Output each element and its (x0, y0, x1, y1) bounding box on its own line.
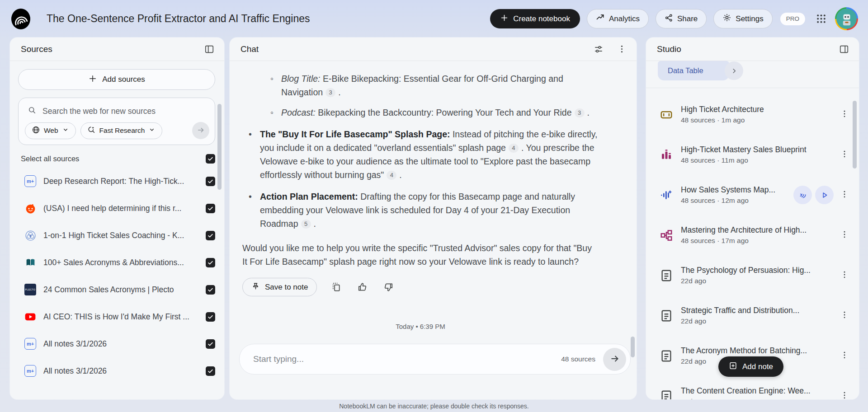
thumbs-down-icon[interactable] (382, 280, 396, 294)
save-to-note-button[interactable]: Save to note (242, 278, 317, 296)
source-checkbox[interactable] (206, 177, 215, 186)
web-search-input[interactable] (42, 107, 208, 116)
source-row[interactable]: 100+ Sales Acronyms & Abbreviations... (10, 249, 224, 276)
studio-item[interactable]: The Psychology of Persuasion: Hig...22d … (646, 255, 859, 295)
plecto-favicon-icon: PLECTO (24, 284, 36, 295)
pin-icon (251, 282, 260, 293)
search-submit-button[interactable] (192, 122, 209, 139)
chat-input-bar: 48 sources (239, 344, 631, 375)
chat-bullet-list: The "Buy It For Life Basecamp" Splash Pa… (242, 127, 599, 230)
chat-sub-bullet: Podcast: Bikepacking the Backcountry: Po… (269, 106, 599, 119)
sources-scrollbar[interactable] (217, 104, 222, 190)
studio-item[interactable]: How Sales Systems Map...48 sources · 12m… (646, 175, 859, 215)
flashcards-icon (659, 107, 674, 122)
interactive-mode-button[interactable] (793, 186, 812, 204)
source-row[interactable]: (USA) I need help determining if this r.… (10, 195, 224, 222)
studio-scrollbar[interactable] (853, 101, 857, 169)
search-icon (28, 106, 37, 117)
item-more-menu-icon[interactable] (837, 348, 852, 364)
studio-item[interactable]: High-Ticket Mastery Sales Blueprint48 so… (646, 135, 859, 175)
studio-panel-title: Studio (657, 44, 837, 54)
source-checkbox[interactable] (206, 204, 215, 213)
settings-button[interactable]: Settings (713, 9, 772, 28)
source-row[interactable]: AI CEO: THIS is How I'd Make My First ..… (10, 303, 224, 330)
item-more-menu-icon[interactable] (837, 308, 852, 323)
source-checkbox[interactable] (206, 366, 215, 376)
source-checkbox[interactable] (206, 285, 215, 295)
studio-item[interactable]: High Ticket Architecture48 sources · 1m … (646, 94, 859, 135)
add-note-button[interactable]: Add note (718, 356, 783, 377)
studio-panel: Studio Data Table High Ticket Architectu… (646, 37, 859, 399)
chat-closing-question: Would you like me to help you write the … (242, 241, 599, 268)
source-checkbox[interactable] (206, 339, 215, 349)
research-mode-dropdown[interactable]: Fast Research (80, 122, 163, 139)
source-checkbox[interactable] (206, 231, 215, 240)
plus-icon (88, 74, 97, 85)
notebooklm-logo-icon[interactable] (10, 8, 32, 30)
chat-sub-bullet: Blog Title: E-Bike Bikepacking: Essentia… (269, 72, 599, 99)
report-icon (659, 348, 674, 364)
item-more-menu-icon[interactable] (837, 107, 852, 122)
citation-chip[interactable]: 5 (301, 220, 311, 229)
web-favicon-icon (24, 229, 36, 241)
studio-item[interactable]: Mastering the Architecture of High...48 … (646, 215, 859, 255)
collapse-sources-panel-icon[interactable] (203, 42, 216, 56)
collapse-studio-panel-icon[interactable] (837, 42, 851, 56)
item-more-menu-icon[interactable] (837, 267, 852, 283)
account-avatar[interactable] (835, 7, 858, 30)
add-sources-button[interactable]: Add sources (18, 69, 215, 90)
chat-more-menu-icon[interactable] (615, 42, 628, 56)
studio-list: High Ticket Architecture48 sources · 1m … (646, 88, 859, 399)
chat-input[interactable] (253, 354, 561, 364)
trending-up-icon (596, 13, 605, 24)
select-all-label: Select all sources (21, 154, 206, 163)
chat-scrollbar[interactable] (631, 337, 635, 357)
item-more-menu-icon[interactable] (837, 227, 852, 243)
citation-chip[interactable]: 3 (326, 88, 335, 97)
top-header: The One-Sentence Profit Extractor and AI… (0, 0, 868, 37)
studio-item[interactable]: The Content Creation Engine: Wee...22d a… (646, 376, 859, 399)
share-button[interactable]: Share (656, 9, 707, 28)
report-icon (659, 268, 674, 283)
source-row[interactable]: m+ All notes 3/1/2026 (10, 330, 224, 357)
chevron-right-icon[interactable] (725, 61, 743, 80)
copy-icon[interactable] (329, 280, 343, 294)
source-row[interactable]: m+ All notes 3/1/2026 (10, 357, 224, 384)
citation-chip[interactable]: 4 (509, 144, 519, 153)
chat-bullet: Action Plan Placement: Drafting the copy… (248, 190, 599, 230)
flowchart-icon (659, 228, 674, 243)
youtube-icon (24, 311, 36, 323)
studio-item[interactable]: Strategic Traffic and Distribution...22d… (646, 295, 859, 336)
notebook-title[interactable]: The One-Sentence Profit Extractor and AI… (47, 13, 310, 25)
create-notebook-button[interactable]: Create notebook (490, 9, 580, 28)
item-more-menu-icon[interactable] (837, 388, 852, 399)
play-button[interactable] (815, 186, 834, 204)
sparkle-search-icon (87, 126, 96, 136)
source-checkbox[interactable] (206, 312, 215, 322)
item-more-menu-icon[interactable] (837, 147, 852, 163)
thumbs-up-icon[interactable] (355, 280, 369, 294)
source-row[interactable]: 1-on-1 High Ticket Sales Coaching - K... (10, 222, 224, 249)
select-all-checkbox[interactable] (206, 154, 215, 164)
citation-chip[interactable]: 4 (387, 171, 396, 180)
item-more-menu-icon[interactable] (837, 187, 852, 203)
analytics-button[interactable]: Analytics (587, 9, 649, 28)
chat-sub-bullet-list: Blog Title: E-Bike Bikepacking: Essentia… (242, 72, 599, 119)
message-actions: Save to note (242, 278, 599, 296)
arrow-right-icon (196, 126, 205, 136)
chat-settings-sliders-icon[interactable] (592, 42, 605, 56)
data-table-chip[interactable]: Data Table (658, 61, 729, 80)
citation-chip[interactable]: 3 (575, 108, 585, 117)
book-favicon-icon (24, 257, 36, 268)
send-message-button[interactable] (603, 348, 626, 371)
source-row[interactable]: m+ Deep Research Report: The High-Tick..… (10, 168, 224, 195)
source-checkbox[interactable] (206, 258, 215, 267)
source-row[interactable]: PLECTO 24 Common Sales Acronyms | Plecto (10, 276, 224, 303)
report-icon (659, 389, 674, 400)
chat-message: Blog Title: E-Bike Bikepacking: Essentia… (230, 61, 637, 333)
disclaimer-text: NotebookLM can be inaccurate; please dou… (0, 403, 868, 410)
sources-panel-header: Sources (10, 37, 224, 61)
header-actions: Create notebook Analytics Share Settings… (490, 7, 858, 30)
web-filter-dropdown[interactable]: Web (25, 122, 76, 139)
apps-grid-icon[interactable] (813, 11, 829, 27)
